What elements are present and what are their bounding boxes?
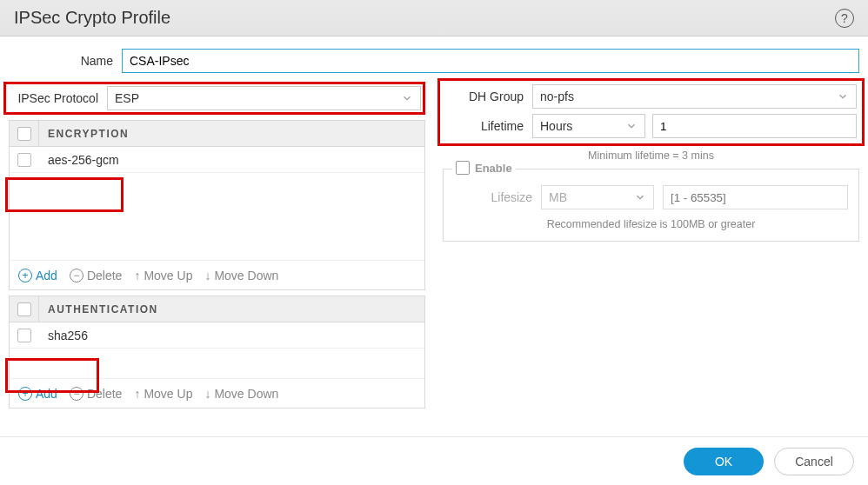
encryption-add-button[interactable]: +Add — [18, 269, 57, 282]
encryption-row[interactable]: aes-256-gcm — [10, 147, 424, 173]
lifetime-unit-value: Hours — [540, 119, 625, 133]
dialog-footer: OK Cancel — [0, 436, 868, 485]
encryption-delete-button[interactable]: −Delete — [70, 269, 122, 282]
title-bar: IPSec Crypto Profile ? — [0, 0, 868, 37]
encryption-movedown-button[interactable]: ↓Move Down — [204, 269, 278, 282]
chevron-down-icon — [837, 90, 849, 103]
protocol-select[interactable]: ESP — [107, 86, 421, 110]
lifesize-value-input — [663, 185, 848, 209]
lifetime-label: Lifetime — [445, 119, 532, 133]
encryption-item-label: aes-256-gcm — [39, 153, 119, 167]
plus-icon: + — [18, 387, 32, 401]
auth-row[interactable]: sha256 — [10, 322, 424, 349]
lifetime-unit-select[interactable]: Hours — [532, 114, 645, 138]
protocol-label: IPSec Protocol — [8, 91, 107, 105]
plus-icon: + — [18, 269, 32, 282]
auth-add-button[interactable]: +Add — [18, 387, 57, 401]
lifetime-hint: Minimum lifetime = 3 mins — [443, 149, 859, 162]
auth-delete-button[interactable]: −Delete — [70, 387, 122, 401]
chevron-down-icon — [625, 120, 638, 132]
enable-label: Enable — [475, 162, 512, 175]
auth-header: AUTHENTICATION — [39, 303, 158, 316]
auth-movedown-button[interactable]: ↓Move Down — [204, 387, 278, 401]
arrow-up-icon: ↑ — [134, 269, 140, 282]
ok-button[interactable]: OK — [684, 448, 764, 475]
auth-item-label: sha256 — [39, 329, 88, 342]
lifetime-value-input[interactable] — [652, 114, 857, 138]
enable-lifesize-checkbox[interactable] — [456, 161, 470, 175]
dh-group-select[interactable]: no-pfs — [532, 84, 857, 109]
minus-icon: − — [70, 387, 83, 401]
dh-group-label: DH Group — [445, 90, 532, 103]
chevron-down-icon — [634, 191, 646, 203]
lifesize-unit-value: MB — [549, 190, 634, 204]
lifesize-hint: Recommended lifesize is 100MB or greater — [454, 218, 848, 230]
encryption-item-checkbox[interactable] — [17, 153, 31, 167]
dialog-title: IPSec Crypto Profile — [14, 8, 835, 28]
minus-icon: − — [70, 269, 83, 282]
lifesize-unit-select: MB — [541, 185, 654, 209]
encryption-panel: ENCRYPTION aes-256-gcm +Add −Delete ↑Mov… — [9, 120, 425, 290]
help-icon[interactable]: ? — [835, 9, 854, 28]
name-input[interactable] — [122, 49, 859, 73]
auth-select-all-checkbox[interactable] — [17, 302, 31, 316]
chevron-down-icon — [401, 92, 413, 104]
arrow-down-icon: ↓ — [204, 387, 210, 401]
cancel-button[interactable]: Cancel — [774, 448, 854, 475]
protocol-value: ESP — [115, 91, 401, 105]
arrow-up-icon: ↑ — [134, 387, 140, 401]
lifesize-fieldset: Enable Lifesize MB Recommended lifesize … — [443, 169, 859, 242]
lifesize-label: Lifesize — [454, 190, 532, 204]
auth-panel: AUTHENTICATION sha256 +Add −Delete ↑Move… — [9, 296, 425, 409]
encryption-header: ENCRYPTION — [39, 128, 129, 140]
encryption-select-all-checkbox[interactable] — [17, 127, 31, 141]
name-label: Name — [9, 54, 122, 68]
encryption-moveup-button[interactable]: ↑Move Up — [134, 269, 192, 282]
dh-group-value: no-pfs — [540, 90, 837, 103]
auth-item-checkbox[interactable] — [17, 329, 31, 342]
auth-moveup-button[interactable]: ↑Move Up — [134, 387, 192, 401]
arrow-down-icon: ↓ — [204, 269, 210, 282]
